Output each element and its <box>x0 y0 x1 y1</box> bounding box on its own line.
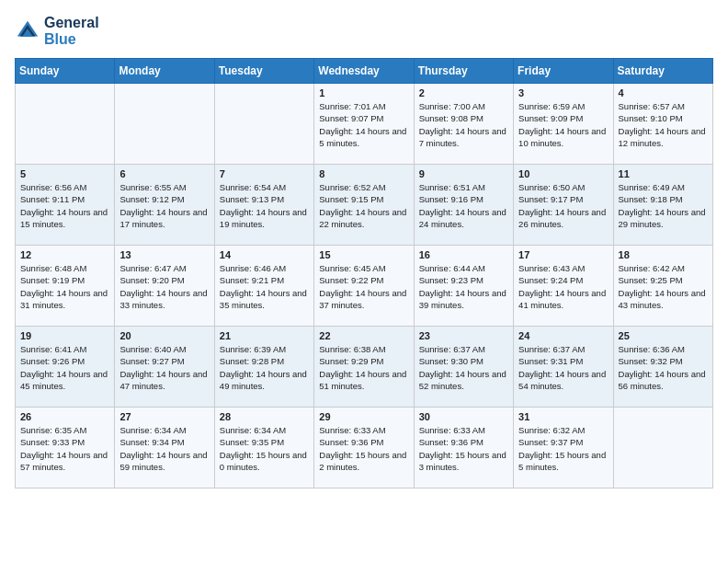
sunrise-text: Sunrise: 6:54 AM <box>220 182 286 192</box>
calendar-cell: 15Sunrise: 6:45 AMSunset: 9:22 PMDayligh… <box>314 246 414 327</box>
calendar-cell: 25Sunrise: 6:36 AMSunset: 9:32 PMDayligh… <box>613 327 712 408</box>
sunset-text: Sunset: 9:11 PM <box>20 194 85 204</box>
sunrise-text: Sunrise: 6:49 AM <box>619 182 685 192</box>
sunrise-text: Sunrise: 6:43 AM <box>518 263 585 273</box>
daylight-text: Daylight: 14 hours and 10 minutes. <box>518 126 606 148</box>
sunset-text: Sunset: 9:15 PM <box>319 194 383 204</box>
sunrise-text: Sunrise: 6:56 AM <box>20 182 86 192</box>
daylight-text: Daylight: 14 hours and 5 minutes. <box>319 126 406 148</box>
calendar-cell: 8Sunrise: 6:52 AMSunset: 9:15 PMDaylight… <box>314 165 414 246</box>
day-number: 28 <box>220 411 309 422</box>
sunrise-text: Sunrise: 6:48 AM <box>20 263 86 273</box>
cell-content: Sunrise: 6:57 AMSunset: 9:10 PMDaylight:… <box>619 100 708 149</box>
cell-content: Sunrise: 6:46 AMSunset: 9:21 PMDaylight:… <box>220 262 309 311</box>
sunrise-text: Sunrise: 6:41 AM <box>20 344 86 354</box>
sunrise-text: Sunrise: 6:38 AM <box>319 344 385 354</box>
calendar-cell: 20Sunrise: 6:40 AMSunset: 9:27 PMDayligh… <box>115 327 214 408</box>
sunset-text: Sunset: 9:21 PM <box>220 275 284 285</box>
cell-content: Sunrise: 6:42 AMSunset: 9:25 PMDaylight:… <box>619 262 708 311</box>
cell-content: Sunrise: 6:37 AMSunset: 9:31 PMDaylight:… <box>518 343 608 392</box>
day-number: 26 <box>20 411 109 422</box>
daylight-text: Daylight: 15 hours and 5 minutes. <box>518 450 606 472</box>
header-day-thursday: Thursday <box>414 59 513 84</box>
calendar-cell: 9Sunrise: 6:51 AMSunset: 9:16 PMDaylight… <box>414 165 513 246</box>
cell-content: Sunrise: 6:44 AMSunset: 9:23 PMDaylight:… <box>419 262 508 311</box>
day-number: 9 <box>419 168 508 179</box>
sunset-text: Sunset: 9:27 PM <box>119 356 184 366</box>
cell-content: Sunrise: 6:51 AMSunset: 9:16 PMDaylight:… <box>419 181 508 230</box>
sunrise-text: Sunrise: 6:36 AM <box>619 344 685 354</box>
sunset-text: Sunset: 9:24 PM <box>518 275 583 285</box>
day-number: 13 <box>119 249 209 260</box>
sunset-text: Sunset: 9:07 PM <box>319 113 383 123</box>
calendar-cell: 22Sunrise: 6:38 AMSunset: 9:29 PMDayligh… <box>314 327 414 408</box>
cell-content: Sunrise: 6:50 AMSunset: 9:17 PMDaylight:… <box>518 181 608 230</box>
calendar-body: 1Sunrise: 7:01 AMSunset: 9:07 PMDaylight… <box>16 84 713 488</box>
sunset-text: Sunset: 9:36 PM <box>319 437 383 447</box>
calendar-cell: 19Sunrise: 6:41 AMSunset: 9:26 PMDayligh… <box>16 327 115 408</box>
sunrise-text: Sunrise: 6:37 AM <box>518 344 585 354</box>
cell-content: Sunrise: 6:49 AMSunset: 9:18 PMDaylight:… <box>619 181 708 230</box>
day-number: 7 <box>220 168 309 179</box>
day-number: 1 <box>319 87 408 98</box>
day-number: 20 <box>119 330 209 341</box>
calendar-cell: 26Sunrise: 6:35 AMSunset: 9:33 PMDayligh… <box>16 408 115 488</box>
cell-content: Sunrise: 6:32 AMSunset: 9:37 PMDaylight:… <box>518 424 608 473</box>
sunset-text: Sunset: 9:33 PM <box>20 437 85 447</box>
day-number: 12 <box>20 249 109 260</box>
day-number: 5 <box>20 168 109 179</box>
sunset-text: Sunset: 9:23 PM <box>419 275 483 285</box>
sunrise-text: Sunrise: 6:33 AM <box>419 425 485 435</box>
header-day-saturday: Saturday <box>613 59 712 84</box>
day-number: 30 <box>419 411 508 422</box>
sunset-text: Sunset: 9:08 PM <box>419 113 483 123</box>
header-day-wednesday: Wednesday <box>314 59 414 84</box>
header-day-sunday: Sunday <box>16 59 115 84</box>
calendar-cell: 6Sunrise: 6:55 AMSunset: 9:12 PMDaylight… <box>115 165 214 246</box>
cell-content: Sunrise: 7:01 AMSunset: 9:07 PMDaylight:… <box>319 100 408 149</box>
daylight-text: Daylight: 14 hours and 52 minutes. <box>419 369 506 391</box>
cell-content: Sunrise: 6:38 AMSunset: 9:29 PMDaylight:… <box>319 343 408 392</box>
day-number: 4 <box>619 87 708 98</box>
day-number: 18 <box>619 249 708 260</box>
day-number: 17 <box>518 249 608 260</box>
calendar-cell <box>214 84 313 165</box>
daylight-text: Daylight: 14 hours and 15 minutes. <box>20 207 108 229</box>
cell-content: Sunrise: 6:36 AMSunset: 9:32 PMDaylight:… <box>619 343 708 392</box>
calendar-week-5: 26Sunrise: 6:35 AMSunset: 9:33 PMDayligh… <box>16 408 713 488</box>
sunset-text: Sunset: 9:09 PM <box>518 113 583 123</box>
logo-text: General Blue <box>44 15 99 47</box>
calendar-cell: 30Sunrise: 6:33 AMSunset: 9:36 PMDayligh… <box>414 408 513 488</box>
calendar-cell: 5Sunrise: 6:56 AMSunset: 9:11 PMDaylight… <box>16 165 115 246</box>
calendar-cell: 4Sunrise: 6:57 AMSunset: 9:10 PMDaylight… <box>613 84 712 165</box>
cell-content: Sunrise: 6:33 AMSunset: 9:36 PMDaylight:… <box>319 424 408 473</box>
daylight-text: Daylight: 14 hours and 39 minutes. <box>419 288 506 310</box>
daylight-text: Daylight: 14 hours and 31 minutes. <box>20 288 108 310</box>
day-number: 21 <box>220 330 309 341</box>
day-number: 16 <box>419 249 508 260</box>
day-number: 19 <box>20 330 109 341</box>
daylight-text: Daylight: 14 hours and 41 minutes. <box>518 288 606 310</box>
daylight-text: Daylight: 14 hours and 26 minutes. <box>518 207 606 229</box>
sunrise-text: Sunrise: 6:50 AM <box>518 182 585 192</box>
calendar-cell: 28Sunrise: 6:34 AMSunset: 9:35 PMDayligh… <box>214 408 313 488</box>
daylight-text: Daylight: 15 hours and 3 minutes. <box>419 450 506 472</box>
daylight-text: Daylight: 14 hours and 54 minutes. <box>518 369 606 391</box>
cell-content: Sunrise: 6:54 AMSunset: 9:13 PMDaylight:… <box>220 181 309 230</box>
sunset-text: Sunset: 9:20 PM <box>119 275 184 285</box>
logo-icon <box>15 18 40 44</box>
calendar-cell: 10Sunrise: 6:50 AMSunset: 9:17 PMDayligh… <box>514 165 613 246</box>
sunset-text: Sunset: 9:10 PM <box>619 113 683 123</box>
sunset-text: Sunset: 9:12 PM <box>119 194 184 204</box>
calendar-week-1: 1Sunrise: 7:01 AMSunset: 9:07 PMDaylight… <box>16 84 713 165</box>
daylight-text: Daylight: 14 hours and 43 minutes. <box>619 288 706 310</box>
sunrise-text: Sunrise: 6:44 AM <box>419 263 485 273</box>
calendar-cell <box>613 408 712 488</box>
cell-content: Sunrise: 6:40 AMSunset: 9:27 PMDaylight:… <box>119 343 209 392</box>
calendar-cell: 16Sunrise: 6:44 AMSunset: 9:23 PMDayligh… <box>414 246 513 327</box>
day-number: 15 <box>319 249 408 260</box>
sunrise-text: Sunrise: 6:35 AM <box>20 425 86 435</box>
day-number: 2 <box>419 87 508 98</box>
sunset-text: Sunset: 9:30 PM <box>419 356 483 366</box>
calendar-week-3: 12Sunrise: 6:48 AMSunset: 9:19 PMDayligh… <box>16 246 713 327</box>
